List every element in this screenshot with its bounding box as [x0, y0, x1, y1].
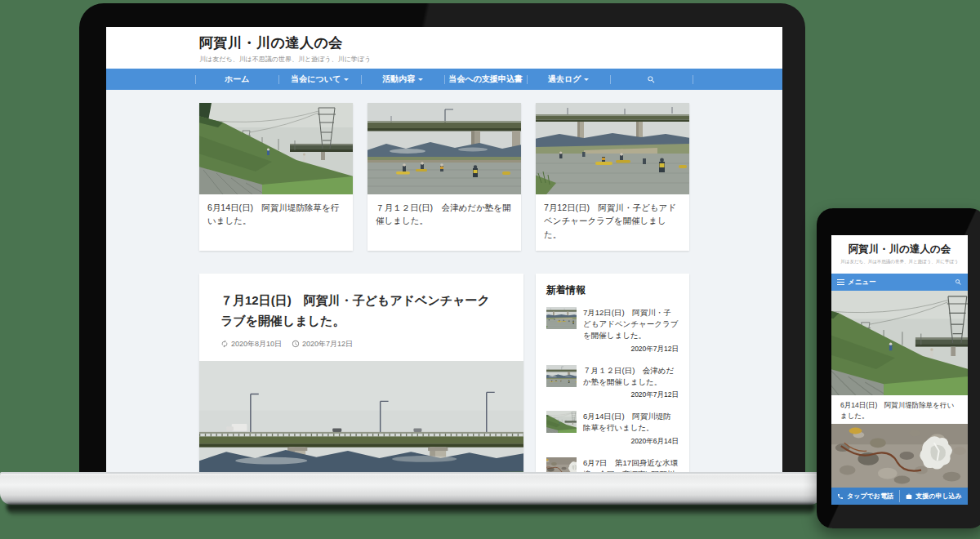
post-cards-row: 6月14日(日) 阿賀川堤防除草を行いました。 ７月１２日(日) 会津めだか塾を…: [199, 103, 689, 251]
photo-levee: [199, 103, 353, 194]
support-button[interactable]: 支援の申し込み: [900, 488, 968, 505]
post-card-adventure[interactable]: 7月12日(日) 阿賀川・子どもアドベンチャークラブを開催しました。: [536, 103, 689, 251]
laptop-bezel: 阿賀川・川の達人の会 川は友だち、川は不思議の世界、川と遊ぼう、川に学ぼう ホー…: [79, 3, 805, 474]
nav-item-archive[interactable]: 過去ログ: [528, 74, 610, 85]
clock-icon: [292, 340, 300, 348]
updated-date-text: 2020年8月10日: [231, 339, 282, 350]
phone-icon: [837, 493, 844, 500]
nav-item-about[interactable]: 当会について: [279, 74, 362, 85]
nav-item-home[interactable]: ホーム: [196, 74, 278, 85]
support-button-label: 支援の申し込み: [915, 492, 962, 501]
mobile-photo-levee: [831, 291, 968, 395]
phone-bezel: 阿賀川・川の達人の会 川は友だち、川は不思議の世界、川と遊ぼう、川に学ぼう メニ…: [817, 208, 980, 528]
sidebar-post-date: 2020年6月14日: [546, 437, 679, 447]
site-tagline: 川は友だち、川は不思議の世界、川と遊ぼう、川に学ぼう: [199, 55, 689, 64]
published-date-text: 2020年7月12日: [302, 339, 353, 350]
nav-label: 活動内容: [382, 74, 415, 85]
sidebar-heading: 新着情報: [546, 283, 679, 297]
sidebar-post-title: 6月14日(日) 阿賀川堤防除草を行いました。: [583, 411, 679, 434]
sidebar-post-link[interactable]: 6月14日(日) 阿賀川堤防除草を行いました。 2020年6月14日: [546, 411, 679, 447]
hamburger-icon: [837, 279, 844, 285]
sidebar-post-link[interactable]: 7月12日(日) 阿賀川・子どもアドベンチャークラブを開催しました。 2020年…: [546, 307, 679, 354]
chevron-down-icon: [418, 78, 423, 81]
article-title: ７月12日(日) 阿賀川・子どもアドベンチャークラブを開催しました。: [199, 274, 523, 332]
sidebar-post-title: 6月7日 第17回身近な水環境の全国一斉調査in阿賀川: [583, 457, 679, 474]
thumb-adventure: [546, 307, 577, 329]
nav-label: 当会への支援申込書: [449, 74, 523, 85]
main-nav: ホーム 当会について 活動内容 当会への支援申込書 過去ログ: [106, 69, 782, 90]
nav-label: ホーム: [225, 74, 249, 85]
chevron-down-icon: [584, 78, 589, 81]
menu-label: メニュー: [848, 278, 876, 287]
laptop-screen: 阿賀川・川の達人の会 川は友だち、川は不思議の世界、川と遊ぼう、川に学ぼう ホー…: [106, 27, 782, 474]
site-title[interactable]: 阿賀川・川の達人の会: [199, 33, 689, 52]
post-card-title: ７月１２日(日) 会津めだか塾を開催しました。: [368, 194, 521, 238]
laptop-base: [0, 472, 822, 505]
mobile-footer-bar: タップでお電話 支援の申し込み: [831, 488, 968, 505]
thumb-levee: [546, 411, 577, 433]
nav-item-activities[interactable]: 活動内容: [362, 74, 444, 85]
mobile-photo-rocks: [831, 424, 968, 488]
search-icon: [647, 75, 656, 84]
nav-divider: [693, 75, 693, 84]
photo-medaka: [368, 103, 521, 194]
laptop-shadow: [7, 504, 815, 516]
mobile-site-header: 阿賀川・川の達人の会 川は友だち、川は不思議の世界、川と遊ぼう、川に学ぼう: [831, 235, 968, 274]
sidebar-news: 新着情報 7月12日(日) 阿賀川・子どもアドベンチャークラブを開催しました。 …: [536, 274, 689, 474]
briefcase-icon: [906, 493, 912, 500]
sidebar-post-link[interactable]: ７月１２日(日) 会津めだか塾を開催しました。 2020年7月12日: [546, 365, 679, 401]
mobile-post-caption[interactable]: 6月14日(日) 阿賀川堤防除草を行いました。: [831, 395, 968, 424]
chevron-down-icon: [344, 78, 349, 81]
sidebar-post-link[interactable]: 6月7日 第17回身近な水環境の全国一斉調査in阿賀川 2020年6月7日: [546, 457, 679, 474]
nav-item-support-form[interactable]: 当会への支援申込書: [445, 74, 528, 85]
published-date: 2020年7月12日: [292, 339, 353, 350]
post-card-levee[interactable]: 6月14日(日) 阿賀川堤防除草を行いました。: [199, 103, 353, 251]
sidebar-post-title: 7月12日(日) 阿賀川・子どもアドベンチャークラブを開催しました。: [583, 307, 679, 342]
menu-button[interactable]: メニュー: [837, 278, 876, 287]
refresh-icon: [220, 340, 229, 348]
site-main: 6月14日(日) 阿賀川堤防除草を行いました。 ７月１２日(日) 会津めだか塾を…: [106, 90, 782, 474]
sidebar-post-date: 2020年7月12日: [546, 345, 679, 354]
sidebar-post-title: ７月１２日(日) 会津めだか塾を開催しました。: [583, 365, 679, 389]
mobile-site-title[interactable]: 阿賀川・川の達人の会: [831, 243, 968, 256]
post-card-medaka[interactable]: ７月１２日(日) 会津めだか塾を開催しました。: [368, 103, 521, 251]
search-button[interactable]: [955, 278, 962, 286]
call-button[interactable]: タップでお電話: [831, 488, 899, 505]
mobile-menu-bar: メニュー: [831, 274, 968, 291]
photo-adventure: [536, 103, 689, 194]
post-card-title: 6月14日(日) 阿賀川堤防除草を行いました。: [199, 194, 353, 238]
search-icon: [955, 278, 962, 286]
article-meta: 2020年8月10日 2020年7月12日: [199, 332, 523, 361]
updated-date: 2020年8月10日: [220, 339, 282, 350]
post-card-title: 7月12日(日) 阿賀川・子どもアドベンチャークラブを開催しました。: [536, 194, 689, 251]
sidebar-post-date: 2020年7月12日: [546, 390, 679, 400]
article-main: ７月12日(日) 阿賀川・子どもアドベンチャークラブを開催しました。 2020年…: [199, 274, 523, 474]
search-button[interactable]: [611, 75, 693, 84]
mobile-site-tagline: 川は友だち、川は不思議の世界、川と遊ぼう、川に学ぼう: [831, 259, 968, 265]
phone-screen: 阿賀川・川の達人の会 川は友だち、川は不思議の世界、川と遊ぼう、川に学ぼう メニ…: [831, 235, 968, 505]
thumb-rocks: [546, 457, 577, 474]
nav-label: 過去ログ: [548, 74, 581, 85]
call-button-label: タップでお電話: [847, 492, 893, 501]
site-header: 阿賀川・川の達人の会 川は友だち、川は不思議の世界、川と遊ぼう、川に学ぼう: [106, 27, 782, 69]
nav-label: 当会について: [291, 74, 341, 85]
article-photo-bridge: [199, 361, 523, 474]
thumb-medaka: [546, 365, 577, 387]
